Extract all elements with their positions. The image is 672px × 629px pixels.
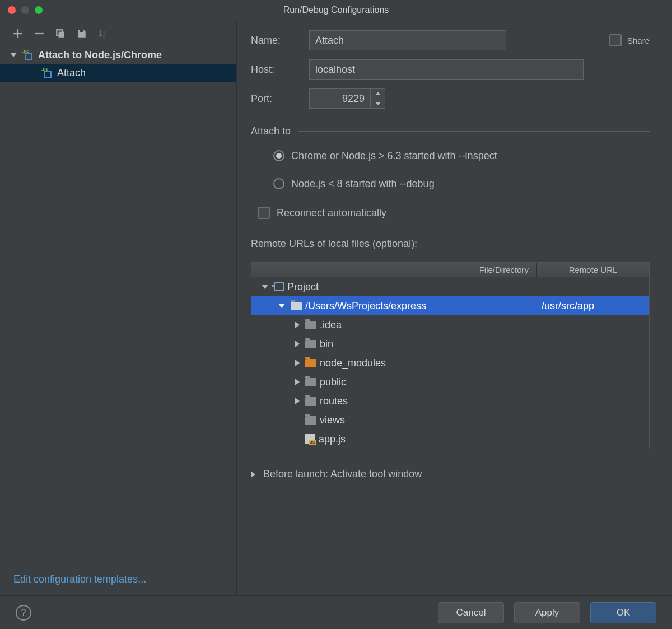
chevron-right-icon — [295, 360, 300, 366]
file-row-project[interactable]: Project — [251, 277, 649, 296]
file-row[interactable]: bin — [251, 334, 649, 353]
radio-inspect-label: Chrome or Node.js > 6.3 started with --i… — [291, 150, 497, 162]
file-row[interactable]: .idea — [251, 315, 649, 334]
port-stepper[interactable] — [309, 88, 385, 109]
sidebar: az JS Attach to Node.js/Chrome JS Attach… — [0, 20, 237, 595]
sort-icon: az — [97, 28, 109, 39]
remove-icon[interactable] — [34, 28, 45, 39]
file-label: views — [320, 414, 345, 426]
attach-to-label: Attach to — [251, 125, 291, 137]
name-input[interactable] — [309, 30, 506, 50]
folder-icon — [305, 340, 316, 348]
chevron-down-icon — [278, 304, 285, 308]
window-controls — [0, 6, 43, 14]
edit-templates-link[interactable]: Edit configuration templates... — [13, 574, 146, 585]
file-label: Project — [287, 281, 319, 293]
share-checkbox[interactable] — [609, 34, 622, 46]
file-label: node_modules — [320, 357, 386, 369]
file-row-root[interactable]: /Users/WsProjects/express /usr/src/app — [251, 296, 649, 315]
reconnect-checkbox[interactable] — [258, 207, 270, 219]
close-window-icon[interactable] — [8, 6, 16, 14]
config-tree: JS Attach to Node.js/Chrome JS Attach — [0, 46, 236, 568]
save-icon[interactable] — [76, 28, 87, 39]
chevron-right-icon[interactable] — [251, 471, 255, 478]
titlebar: Run/Debug Configurations — [0, 0, 672, 20]
svg-text:z: z — [103, 34, 105, 39]
port-input[interactable] — [310, 89, 370, 108]
host-label: Host: — [251, 64, 299, 76]
help-icon[interactable]: ? — [16, 605, 31, 621]
folder-icon — [305, 397, 316, 406]
file-row[interactable]: views — [251, 411, 649, 430]
svg-rect-0 — [35, 33, 44, 34]
radio-debug-label: Node.js < 8 started with --debug — [291, 178, 435, 190]
chevron-right-icon — [295, 322, 300, 328]
remote-urls-table: File/Directory Remote URL Project /Users… — [251, 262, 650, 449]
name-label: Name: — [251, 35, 299, 46]
share-label: Share — [627, 36, 650, 45]
radio-inspect[interactable]: Chrome or Node.js > 6.3 started with --i… — [251, 146, 650, 165]
ok-button[interactable]: OK — [590, 602, 656, 623]
chevron-down-icon — [262, 285, 268, 289]
file-row[interactable]: node_modules — [251, 353, 649, 372]
nodejs-icon: JS — [41, 68, 54, 78]
file-label: routes — [320, 395, 348, 407]
folder-icon — [305, 416, 316, 425]
folder-icon — [305, 321, 316, 329]
remote-url-value[interactable]: /usr/src/app — [537, 300, 649, 312]
project-icon — [274, 282, 284, 291]
chevron-right-icon — [295, 341, 300, 347]
add-icon[interactable] — [12, 28, 24, 39]
tree-group-label: Attach to Node.js/Chrome — [38, 49, 162, 61]
window-title: Run/Debug Configurations — [0, 5, 672, 15]
dialog-footer: ? Cancel Apply OK — [0, 595, 672, 629]
divider — [298, 131, 650, 132]
cancel-button[interactable]: Cancel — [438, 602, 504, 623]
file-label: /Users/WsProjects/express — [305, 300, 426, 312]
host-input[interactable] — [309, 59, 584, 80]
radio-debug[interactable]: Node.js < 8 started with --debug — [251, 174, 650, 193]
js-file-icon — [305, 434, 315, 444]
reconnect-label: Reconnect automatically — [277, 207, 386, 219]
radio-icon[interactable] — [273, 178, 284, 189]
file-label: public — [320, 376, 346, 388]
chevron-right-icon — [295, 379, 300, 385]
file-label: bin — [320, 338, 333, 350]
nodejs-icon: JS — [22, 50, 35, 60]
minimize-window-icon[interactable] — [21, 6, 29, 14]
file-row[interactable]: app.js — [251, 430, 649, 449]
file-row[interactable]: public — [251, 372, 649, 392]
col-url-header[interactable]: Remote URL — [537, 263, 649, 277]
remote-urls-label: Remote URLs of local files (optional): — [251, 238, 650, 250]
copy-icon[interactable] — [55, 28, 66, 39]
tree-item-label: Attach — [57, 67, 86, 79]
apply-button[interactable]: Apply — [514, 602, 580, 623]
chevron-right-icon — [295, 398, 300, 404]
tree-group[interactable]: JS Attach to Node.js/Chrome — [0, 46, 236, 64]
port-up-icon[interactable] — [371, 89, 385, 99]
zoom-window-icon[interactable] — [35, 6, 43, 14]
port-down-icon[interactable] — [371, 99, 385, 109]
folder-icon — [291, 302, 302, 310]
file-row[interactable]: routes — [251, 392, 649, 411]
port-label: Port: — [251, 93, 299, 105]
main-form: Name: Share Host: Port: Attach to — [237, 20, 672, 595]
col-file-header[interactable]: File/Directory — [251, 263, 537, 277]
svg-rect-3 — [80, 30, 83, 32]
folder-icon — [305, 378, 316, 386]
file-label: app.js — [319, 434, 346, 445]
before-launch-label: Before launch: Activate tool window — [263, 468, 422, 480]
svg-rect-2 — [59, 32, 64, 38]
tree-item-attach[interactable]: JS Attach — [0, 64, 236, 82]
chevron-down-icon — [10, 53, 17, 57]
radio-icon[interactable] — [273, 150, 284, 161]
folder-icon — [305, 359, 316, 367]
divider — [427, 474, 650, 474]
sidebar-toolbar: az — [0, 28, 236, 46]
file-label: .idea — [320, 319, 342, 331]
